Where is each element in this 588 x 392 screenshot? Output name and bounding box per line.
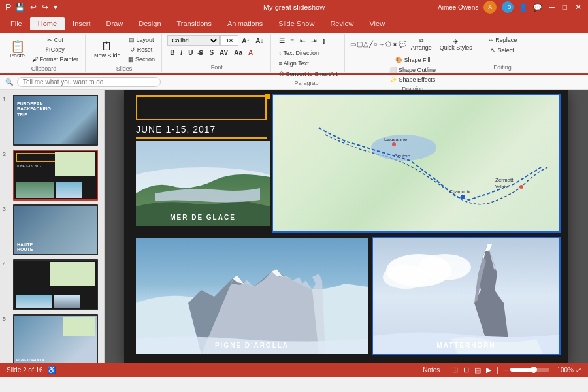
convert-smartart-button[interactable]: ⬡ Convert to SmartArt [276, 69, 340, 78]
font-color-button[interactable]: A [246, 47, 255, 57]
notes-button[interactable]: Notes [423, 367, 440, 374]
save-button[interactable]: 💾 [14, 2, 26, 12]
zoom-in-button[interactable]: + [551, 367, 555, 374]
align-text-button[interactable]: ≡ Align Text [276, 59, 312, 68]
slideshow-button[interactable]: ▶ [486, 366, 491, 374]
fit-slide-button[interactable]: ⤢ [576, 366, 581, 374]
zoom-slider[interactable] [510, 368, 549, 372]
shape-outline-button[interactable]: ⬜ Shape Outline [387, 65, 438, 74]
reading-view-button[interactable]: ▤ [474, 366, 481, 374]
arrange-icon: ⧉ [419, 37, 423, 44]
normal-view-button[interactable]: ⊞ [452, 366, 458, 374]
font-top-row: Calibri A↑ A↓ [167, 35, 266, 46]
copy-button[interactable]: ⎘ Copy [29, 45, 81, 54]
avatar[interactable]: A [483, 1, 497, 14]
close-button[interactable]: ✕ [574, 2, 583, 12]
slide-img-1[interactable]: EUROPEANBACKPACKINGTRIP [13, 95, 98, 146]
callout-shape[interactable]: 💬 [399, 41, 406, 48]
tab-transitions[interactable]: Transitions [169, 17, 220, 30]
italic-button[interactable]: I [178, 47, 185, 57]
slide-thumb-3[interactable]: 3 HAUTEROUTE [3, 204, 101, 255]
strikethrough-button[interactable]: S̶ [196, 47, 206, 57]
font-size-input[interactable] [220, 35, 238, 46]
format-painter-button[interactable]: 🖌 Format Painter [29, 55, 81, 64]
tab-home[interactable]: Home [30, 17, 65, 30]
tab-design[interactable]: Design [131, 17, 169, 30]
triangle-shape[interactable]: △ [363, 41, 368, 48]
numbering-button[interactable]: ≡ [288, 35, 297, 46]
indent-less-button[interactable]: ⇤ [297, 35, 308, 46]
quick-styles-button[interactable]: ◈ Quick Styles [436, 36, 476, 53]
drawing-group: ▭ ▢ △ ╱ ○ → ⬠ ★ 💬 ⧉ Arrange [346, 34, 480, 72]
char-spacing-button[interactable]: AV [217, 47, 231, 57]
minimize-button[interactable]: ─ [547, 2, 556, 12]
increase-font-button[interactable]: A↑ [239, 35, 252, 46]
arrange-button[interactable]: ⧉ Arrange [408, 35, 435, 53]
search-input[interactable] [17, 77, 161, 87]
avatar-2[interactable]: +3 [502, 1, 514, 13]
photo-pigne-darolla: PIGNE D'AROLLA [136, 238, 368, 354]
slide-thumb-4[interactable]: 4 [3, 259, 101, 310]
replace-button[interactable]: ↔ Replace [485, 35, 520, 44]
arrow-shape[interactable]: → [378, 41, 385, 48]
text-direction-button[interactable]: ↕ Text Direction [276, 48, 321, 57]
oval-shape[interactable]: ○ [374, 41, 378, 48]
comments-button[interactable]: 💬 [533, 3, 542, 12]
slide-thumb-2[interactable]: 2 JUNE 1-15, 2017 [3, 150, 101, 201]
shape-fill-button[interactable]: 🎨 Shape Fill [387, 56, 438, 65]
redo-button[interactable]: ↪ [41, 2, 50, 12]
bullets-button[interactable]: ☰ [276, 35, 287, 46]
slide-img-5[interactable]: PIGNE D'AROLLA [13, 314, 98, 363]
rectangle-shape[interactable]: ▭ [350, 41, 356, 48]
reset-button[interactable]: ↺ Reset [125, 45, 158, 54]
title-input-box[interactable] [136, 95, 267, 120]
slide-img-2[interactable]: JUNE 1-15, 2017 [13, 150, 98, 201]
slide-img-4[interactable] [13, 259, 98, 310]
slide-thumb-1[interactable]: 1 EUROPEANBACKPACKINGTRIP [3, 95, 101, 146]
zoom-handle[interactable] [531, 367, 537, 373]
tab-insert[interactable]: Insert [65, 17, 99, 30]
section-button[interactable]: ▦ Section [125, 55, 158, 64]
svg-point-0 [392, 142, 396, 146]
zoom-out-button[interactable]: ─ [503, 367, 508, 374]
divider-2: | [497, 367, 498, 374]
slide-canvas[interactable]: JUNE 1-15, 2017 [124, 90, 568, 363]
orange-divider [136, 137, 267, 139]
indent-more-button[interactable]: ⇥ [308, 35, 319, 46]
share-button[interactable]: 👤 [519, 3, 528, 12]
line-shape[interactable]: ╱ [369, 41, 373, 48]
tab-draw[interactable]: Draw [99, 17, 131, 30]
slide-sorter-button[interactable]: ⊟ [463, 366, 469, 374]
tab-animations[interactable]: Animations [220, 17, 270, 30]
paragraph-controls: ☰ ≡ ⇤ ⇥ ⫿ ↕ Text Direction ≡ Align Text … [276, 35, 340, 78]
zoom-controls: ─ + 100% ⤢ [503, 366, 581, 374]
slide-img-3[interactable]: HAUTEROUTE [13, 204, 98, 255]
undo-button[interactable]: ↩ [29, 2, 38, 12]
maximize-button[interactable]: □ [561, 2, 568, 12]
layout-button[interactable]: ▤ Layout [125, 35, 158, 44]
shadow-button[interactable]: S [206, 47, 216, 57]
slide-thumb-5[interactable]: 5 PIGNE D'AROLLA [3, 314, 101, 363]
columns-button[interactable]: ⫿ [319, 35, 328, 46]
ribbon-content: 📋 Paste ✂ Cut ⎘ Copy 🖌 Format Painter Cl… [0, 33, 588, 74]
tab-slideshow[interactable]: Slide Show [270, 17, 322, 30]
font-name-select[interactable]: Calibri [167, 35, 220, 46]
change-case-button[interactable]: Aa [231, 47, 245, 57]
svg-text:Lausanne: Lausanne [384, 137, 408, 142]
cut-button[interactable]: ✂ Cut [29, 35, 81, 44]
customize-button[interactable]: ▾ [52, 2, 59, 12]
underline-button[interactable]: U [186, 47, 195, 57]
new-slide-button[interactable]: 🗒 New Slide [91, 39, 124, 61]
select-button[interactable]: ↖ Select [488, 46, 517, 55]
tab-view[interactable]: View [361, 17, 393, 30]
star-shape[interactable]: ★ [392, 41, 398, 48]
rounded-rect-shape[interactable]: ▢ [357, 41, 363, 48]
shape-effects-button[interactable]: ✨ Shape Effects [387, 75, 438, 84]
quick-styles-icon: ◈ [453, 38, 458, 44]
paste-button[interactable]: 📋 Paste [7, 39, 28, 61]
pentagon-shape[interactable]: ⬠ [385, 41, 391, 48]
tab-review[interactable]: Review [322, 17, 361, 30]
tab-file[interactable]: File [3, 17, 30, 30]
bold-button[interactable]: B [167, 47, 177, 57]
decrease-font-button[interactable]: A↓ [253, 35, 266, 46]
